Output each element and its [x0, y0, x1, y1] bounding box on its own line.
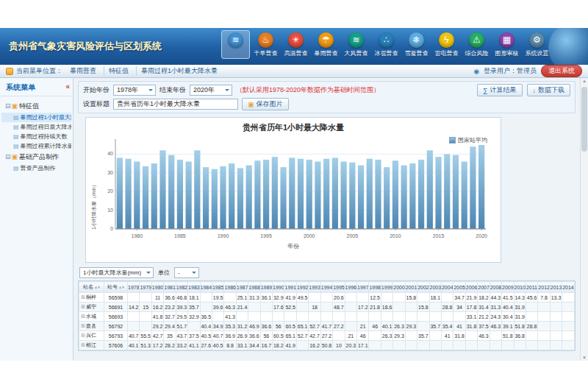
- menu-bar: 当前菜单位置： 暴雨普查 特征值 暴雨过程1小时最大降水量 ◉ 登录用户：管理员…: [0, 65, 588, 78]
- value-cell: 16.2: [151, 302, 163, 312]
- module-wind[interactable]: ≋大风普查: [342, 30, 370, 59]
- table-header[interactable]: 1989▲▼: [260, 282, 272, 293]
- breadcrumb-tab-page[interactable]: 暴雨过程1小时最大降水量: [136, 66, 222, 76]
- tree-item[interactable]: ▤暴雨过程持续天数: [1, 132, 71, 141]
- station-expand-icon[interactable]: ⊞: [81, 333, 85, 338]
- metric-select[interactable]: 1小时最大降水量(mm): [79, 267, 154, 278]
- module-hail[interactable]: ∴冰雹普查: [372, 30, 401, 59]
- table-header[interactable]: 1988▲▼: [248, 282, 260, 293]
- table-header[interactable]: 2003▲▼: [429, 282, 441, 293]
- station-expand-icon[interactable]: ⊞: [81, 323, 85, 328]
- table-header[interactable]: 2001▲▼: [405, 282, 417, 293]
- table-header[interactable]: 2000▲▼: [393, 282, 405, 293]
- table-header[interactable]: 站名▲▼: [79, 282, 104, 293]
- tree-item[interactable]: ▤普查产品制作: [1, 163, 71, 173]
- table-header[interactable]: 2012▲▼: [538, 282, 550, 293]
- table-header[interactable]: 1996▲▼: [345, 282, 356, 293]
- value-cell: 36.9: [224, 331, 236, 341]
- table-row[interactable]: ⊞兴仁5679340.755.542.73543.737.540.540.736…: [79, 331, 575, 341]
- end-year-select[interactable]: 2020年: [190, 85, 232, 96]
- table-header[interactable]: 1982▲▼: [176, 282, 187, 293]
- unit-select[interactable]: -: [174, 267, 199, 278]
- table-header[interactable]: 1980▲▼: [151, 282, 163, 293]
- tree-item[interactable]: ▤暴雨过程1小时最大降水量: [1, 113, 71, 122]
- table-header[interactable]: 2004▲▼: [441, 282, 453, 293]
- table-header[interactable]: 1987▲▼: [236, 282, 248, 293]
- value-cell: 65.1: [296, 322, 308, 331]
- table-header[interactable]: 1984▲▼: [200, 282, 212, 293]
- calculate-button[interactable]: ∑计算结果: [477, 84, 522, 96]
- table-header[interactable]: 2010▲▼: [514, 282, 526, 293]
- breadcrumb-tab-module[interactable]: 暴雨普查: [65, 66, 101, 76]
- value-cell: 31.2: [236, 322, 248, 331]
- table-row[interactable]: ⊞威宁5669114.21516.223.239.335.739.646.321…: [79, 302, 575, 312]
- table-header[interactable]: 1997▲▼: [357, 282, 369, 293]
- breadcrumb-tab-category[interactable]: 特征值: [104, 66, 133, 76]
- sort-icon[interactable]: ▲▼: [118, 285, 124, 289]
- value-cell: 42.7: [309, 331, 320, 341]
- value-cell: 46.3: [478, 331, 490, 341]
- module-drought[interactable]: ♨干旱普查: [251, 30, 280, 59]
- tree-group[interactable]: ⊟▣基础产品制作: [1, 151, 71, 163]
- module-rainstorm[interactable]: ☂暴雨普查: [312, 30, 340, 59]
- module-review[interactable]: ▦图形审核: [492, 30, 521, 59]
- sidebar-collapse-button[interactable]: «: [65, 82, 70, 91]
- table-header[interactable]: 2009▲▼: [502, 282, 514, 293]
- table-row[interactable]: ⊞盘县5679229.229.451.740.434.935.331.246.9…: [79, 322, 575, 331]
- table-header[interactable]: 1999▲▼: [381, 282, 392, 293]
- value-cell: [345, 293, 356, 302]
- start-year-select[interactable]: 1978年: [113, 85, 156, 96]
- tree-item[interactable]: ▤暴雨过程累计降水量: [1, 141, 71, 151]
- table-header[interactable]: 1992▲▼: [296, 282, 308, 293]
- module-settings[interactable]: ⚙系统设置: [523, 30, 551, 59]
- tree-group[interactable]: ⊟▣特征值: [1, 100, 71, 113]
- table-header[interactable]: 1994▲▼: [320, 282, 332, 293]
- table-row[interactable]: ⊞榕江5760640.151.317.228.233.241.127.640.5…: [79, 341, 575, 350]
- table-header[interactable]: 2006▲▼: [465, 282, 477, 293]
- download-data-button[interactable]: ↓数据下载: [527, 84, 571, 96]
- module-snow[interactable]: ❄雪凝普查: [402, 30, 431, 59]
- scroll-up-icon[interactable]: ▲: [581, 79, 588, 83]
- value-cell: 29.3: [393, 331, 405, 341]
- table-row[interactable]: ⊞桐梓565981136.646.818.119.525.131.336.132…: [79, 293, 575, 302]
- module-heat[interactable]: ☀高温普查: [282, 30, 310, 59]
- table-header[interactable]: 1990▲▼: [273, 282, 284, 293]
- station-expand-icon[interactable]: ⊞: [81, 304, 85, 309]
- table-header[interactable]: 1991▲▼: [284, 282, 296, 293]
- tree-item[interactable]: ▤暴雨过程日最大降水量: [1, 122, 71, 132]
- table-header[interactable]: 站号▲▼: [104, 282, 128, 293]
- table-header[interactable]: 2008▲▼: [490, 282, 501, 293]
- table-header[interactable]: 2007▲▼: [478, 282, 490, 293]
- expand-icon[interactable]: ⊟: [5, 102, 11, 110]
- table-header[interactable]: 1985▲▼: [212, 282, 223, 293]
- table-header[interactable]: 2011▲▼: [526, 282, 537, 293]
- station-expand-icon[interactable]: ⊞: [81, 294, 85, 300]
- expand-icon[interactable]: ⊟: [5, 153, 11, 160]
- station-expand-icon[interactable]: ⊞: [81, 342, 85, 347]
- table-header[interactable]: 2005▲▼: [453, 282, 465, 293]
- value-cell: [429, 302, 441, 312]
- table-header[interactable]: 1993▲▼: [309, 282, 320, 293]
- logout-button[interactable]: 退出系统: [541, 65, 582, 77]
- table-header[interactable]: 1979▲▼: [140, 282, 151, 293]
- table-header[interactable]: 2014▲▼: [562, 282, 575, 293]
- table-header[interactable]: 1986▲▼: [224, 282, 236, 293]
- station-expand-icon[interactable]: ⊞: [81, 314, 85, 319]
- table-header[interactable]: 1995▲▼: [333, 282, 345, 293]
- table-header[interactable]: 1978▲▼: [128, 282, 140, 293]
- module-lightning[interactable]: ϟ雷电普查: [432, 30, 461, 59]
- table-header[interactable]: 1998▲▼: [369, 282, 381, 293]
- table-header[interactable]: 2013▲▼: [550, 282, 562, 293]
- table-row[interactable]: ⊞水城5669341.832.729.532.936.541.333.121.2…: [79, 312, 575, 322]
- scrollbar-thumb[interactable]: [581, 87, 587, 152]
- save-image-button[interactable]: ▣保存图片: [242, 98, 289, 110]
- module-risk[interactable]: ⚠综合风险: [462, 30, 491, 59]
- sort-icon[interactable]: ▲▼: [94, 285, 100, 289]
- table-header[interactable]: 2002▲▼: [417, 282, 429, 293]
- table-header[interactable]: 1981▲▼: [164, 282, 176, 293]
- vertical-scrollbar[interactable]: ▲ ▼: [580, 78, 588, 361]
- scroll-down-icon[interactable]: ▼: [581, 355, 588, 360]
- chart-title-input[interactable]: 贵州省历年1小时最大降水量: [113, 99, 238, 110]
- module-current[interactable]: ≋: [221, 30, 250, 59]
- table-header[interactable]: 1983▲▼: [188, 282, 200, 293]
